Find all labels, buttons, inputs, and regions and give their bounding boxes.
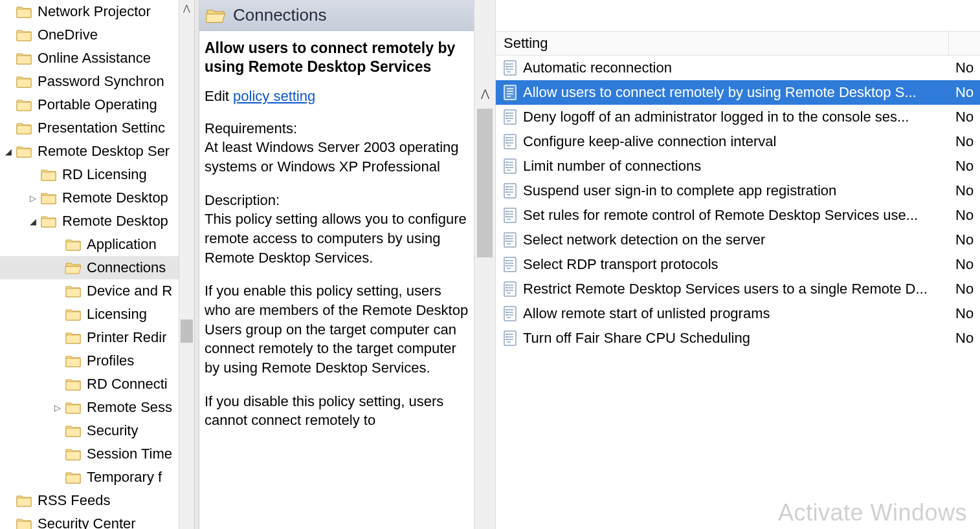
list-row[interactable]: Configure keep-alive connection interval… (496, 129, 980, 154)
activate-windows-watermark: Activate Windows (778, 499, 967, 526)
tree-item[interactable]: Licensing (0, 303, 194, 326)
detail-scrollbar[interactable]: ⋀ (474, 0, 496, 529)
tree-item[interactable]: Profiles (0, 349, 194, 372)
tree-item[interactable]: RSS Feeds (0, 489, 194, 512)
list-row-setting: Restrict Remote Desktop Services users t… (523, 281, 949, 297)
tree-item[interactable]: Connections (0, 256, 194, 279)
tree-item-label: RD Connecti (87, 376, 168, 393)
tree-item[interactable]: ▷Remote Sess (0, 396, 194, 419)
tree-item-label: Network Projector (38, 3, 151, 20)
description-body: This policy setting allows you to config… (205, 210, 469, 267)
tree-item[interactable]: Presentation Settinc (0, 116, 194, 140)
tree-item[interactable]: ◢Remote Desktop Ser (0, 140, 194, 163)
tree-item-label: Licensing (87, 306, 147, 323)
tree-item-label: Application (87, 236, 157, 253)
edit-policy-link[interactable]: policy setting (233, 88, 315, 104)
folder-open-icon (65, 261, 82, 275)
folder-icon (16, 144, 32, 158)
chevron-right-icon[interactable]: ▷ (27, 192, 39, 204)
detail-header-title: Connections (233, 5, 327, 25)
folder-icon (65, 237, 82, 252)
list-row[interactable]: Suspend user sign-in to complete app reg… (496, 178, 980, 203)
tree-item[interactable]: OneDrive (0, 23, 194, 47)
tree-item[interactable]: Portable Operating (0, 93, 194, 116)
folder-open-icon (206, 7, 225, 24)
folder-icon (65, 424, 82, 438)
scroll-thumb[interactable] (477, 109, 493, 257)
policy-setting-icon (502, 306, 518, 321)
tree-item[interactable]: ◢Remote Desktop (0, 210, 194, 233)
list-row[interactable]: Select network detection on the serverNo (496, 228, 980, 252)
tree-item[interactable]: ▷Remote Desktop (0, 186, 194, 210)
tree-item-label: Connections (87, 259, 166, 276)
edit-policy-line: Edit policy setting (205, 88, 469, 105)
chevron-down-icon[interactable]: ◢ (27, 215, 39, 227)
policy-setting-icon (502, 183, 518, 199)
list-row[interactable]: Restrict Remote Desktop Services users t… (496, 277, 980, 301)
list-panel: Setting Automatic reconnectionNoAllow us… (496, 0, 980, 529)
tree-item[interactable]: RD Licensing (0, 163, 194, 186)
tree-item-label: RD Licensing (62, 166, 147, 183)
list-row-state: No (949, 84, 980, 101)
list-row-setting: Select RDP transport protocols (523, 256, 949, 273)
tree-item[interactable]: Security (0, 419, 194, 442)
scroll-track[interactable] (179, 16, 194, 513)
list-row[interactable]: Allow users to connect remotely by using… (496, 80, 980, 105)
scroll-up-icon[interactable]: ⋀ (474, 84, 495, 102)
column-header-state[interactable] (949, 32, 980, 55)
list-row[interactable]: Automatic reconnectionNo (496, 56, 980, 80)
tree-panel: Network ProjectorOneDriveOnline Assistan… (0, 0, 194, 529)
tree-item-label: Remote Desktop (62, 189, 168, 206)
policy-item-title: Allow users to connect remotely by using… (205, 39, 469, 76)
list-row[interactable]: Turn off Fair Share CPU SchedulingNo (496, 326, 980, 351)
chevron-down-icon[interactable]: ◢ (3, 146, 14, 157)
list-row[interactable]: Deny logoff of an administrator logged i… (496, 105, 980, 129)
tree-item[interactable]: Security Center (0, 512, 194, 529)
detail-panel: Connections Allow users to connect remot… (199, 0, 474, 529)
tree-item-label: Security (87, 422, 138, 439)
tree-item[interactable]: Session Time (0, 442, 194, 466)
list-row-setting: Allow users to connect remotely by using… (523, 84, 949, 101)
splitter-tree-detail[interactable] (194, 0, 199, 529)
column-header-setting[interactable]: Setting (496, 32, 949, 55)
tree-item[interactable]: Password Synchron (0, 70, 194, 93)
folder-icon (65, 330, 82, 345)
list-row[interactable]: Select RDP transport protocolsNo (496, 252, 980, 277)
list-row[interactable]: Set rules for remote control of Remote D… (496, 203, 980, 228)
tree-item[interactable]: Printer Redir (0, 326, 194, 349)
policy-setting-icon (502, 109, 518, 125)
list-row[interactable]: Allow remote start of unlisted programsN… (496, 301, 980, 326)
folder-icon (16, 121, 32, 135)
folder-icon (16, 51, 32, 65)
tree-item-label: Session Time (87, 446, 172, 462)
list-row-setting: Set rules for remote control of Remote D… (523, 207, 949, 224)
tree-item[interactable]: Device and R (0, 279, 194, 303)
tree-item[interactable]: Application (0, 233, 194, 256)
policy-setting-icon (502, 85, 518, 100)
tree-item[interactable]: Temporary f (0, 466, 194, 489)
tree-scrollbar[interactable]: ⋀ ⋁ (179, 0, 194, 529)
folder-icon (40, 214, 57, 228)
policy-setting-icon (502, 134, 518, 149)
policy-setting-icon (502, 232, 518, 248)
list-row[interactable]: Limit number of connectionsNo (496, 154, 980, 178)
policy-setting-icon (502, 330, 518, 346)
tree-item-label: RSS Feeds (38, 492, 111, 509)
list-row-setting: Deny logoff of an administrator logged i… (523, 109, 949, 125)
requirements-label: Requirements: (205, 119, 469, 138)
list-row-setting: Automatic reconnection (523, 59, 949, 76)
list-row-state: No (949, 133, 980, 150)
folder-icon (65, 470, 82, 484)
tree-item[interactable]: RD Connecti (0, 372, 194, 396)
folder-icon (65, 354, 82, 368)
scroll-thumb[interactable] (181, 319, 193, 343)
scroll-up-icon[interactable]: ⋀ (179, 0, 194, 16)
tree-item[interactable]: Network Projector (0, 0, 194, 23)
list-row-state: No (949, 232, 980, 248)
tree-item[interactable]: Online Assistance (0, 47, 194, 70)
tree-item-label: OneDrive (38, 27, 98, 43)
chevron-right-icon[interactable]: ▷ (52, 402, 63, 413)
edit-prefix: Edit (205, 88, 233, 104)
folder-icon (16, 28, 32, 42)
policy-setting-icon (502, 208, 518, 223)
